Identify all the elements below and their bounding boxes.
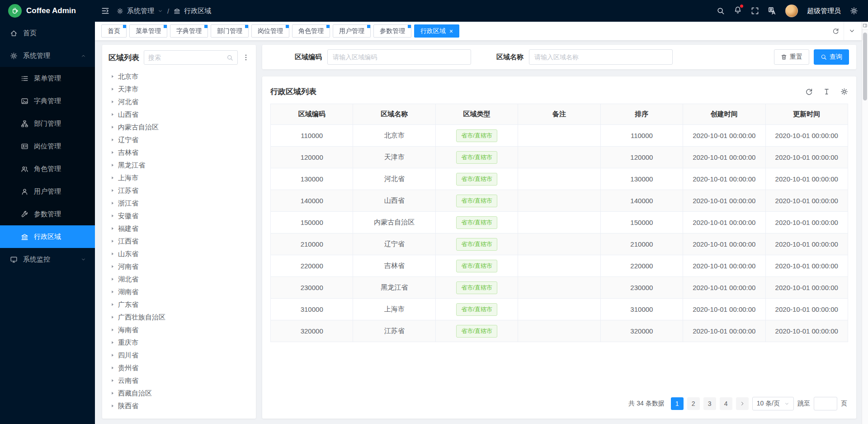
column-settings-gear-icon[interactable]: [840, 88, 848, 95]
tree-node[interactable]: 广西壮族自治区: [108, 311, 250, 324]
caret-right-icon[interactable]: [110, 264, 115, 269]
tree-node[interactable]: 四川省: [108, 349, 250, 362]
caret-right-icon[interactable]: [110, 378, 115, 383]
caret-right-icon[interactable]: [110, 125, 115, 129]
page-scrollbar[interactable]: [862, 22, 868, 424]
sidebar-item-param[interactable]: 参数管理: [0, 203, 95, 225]
caret-right-icon[interactable]: [110, 328, 115, 332]
table-row[interactable]: 220000吉林省省市/直辖市2200002020-10-01 00:00:00…: [271, 255, 848, 277]
sidebar-collapse-button[interactable]: [101, 7, 109, 15]
page-button-2[interactable]: 2: [687, 397, 700, 410]
page-button-3[interactable]: 3: [703, 397, 716, 410]
caret-right-icon[interactable]: [110, 112, 115, 117]
tree-node[interactable]: 陕西省: [108, 400, 250, 412]
next-page-button[interactable]: [736, 397, 749, 410]
caret-right-icon[interactable]: [110, 340, 115, 345]
tree-node[interactable]: 辽宁省: [108, 133, 250, 146]
translate-icon[interactable]: [768, 7, 776, 15]
table-row[interactable]: 130000河北省省市/直辖市1300002020-10-01 00:00:00…: [271, 168, 848, 190]
sidebar-item-region[interactable]: 行政区域: [0, 225, 95, 248]
tree-node[interactable]: 贵州省: [108, 362, 250, 374]
sidebar-item-role[interactable]: 角色管理: [0, 157, 95, 180]
page-button-4[interactable]: 4: [720, 397, 732, 410]
page-size-select[interactable]: 10 条/页: [752, 397, 794, 410]
tab-region[interactable]: 行政区域×: [414, 24, 459, 38]
caret-right-icon[interactable]: [110, 277, 115, 281]
tree-node[interactable]: 上海市: [108, 172, 250, 184]
refresh-tabs-icon[interactable]: [827, 22, 844, 40]
scrollbar-thumb[interactable]: [863, 33, 867, 100]
tab-options-chevron-icon[interactable]: [844, 22, 860, 40]
caret-right-icon[interactable]: [110, 163, 115, 167]
notification-bell[interactable]: [734, 6, 742, 16]
table-row[interactable]: 140000山西省省市/直辖市1400002020-10-01 00:00:00…: [271, 190, 848, 212]
caret-right-icon[interactable]: [110, 252, 115, 256]
table-row[interactable]: 310000上海市省市/直辖市3100002020-10-01 00:00:00…: [271, 299, 848, 320]
username[interactable]: 超级管理员: [807, 7, 841, 15]
tree-node[interactable]: 山西省: [108, 108, 250, 121]
search-icon[interactable]: [717, 7, 725, 15]
sidebar-item-user[interactable]: 用户管理: [0, 180, 95, 203]
more-options-icon[interactable]: [242, 54, 250, 61]
tree-node[interactable]: 河南省: [108, 260, 250, 273]
tree-node[interactable]: 江西省: [108, 235, 250, 248]
breadcrumb-section[interactable]: 系统管理: [127, 7, 154, 15]
caret-right-icon[interactable]: [110, 201, 115, 205]
caret-right-icon[interactable]: [110, 150, 115, 155]
tree-node[interactable]: 内蒙古自治区: [108, 121, 250, 133]
tree-node[interactable]: 浙江省: [108, 197, 250, 210]
tab-dict[interactable]: 字典管理: [170, 24, 208, 38]
caret-right-icon[interactable]: [110, 87, 115, 91]
reset-button[interactable]: 重置: [774, 49, 809, 65]
region-code-input[interactable]: [327, 49, 471, 65]
caret-right-icon[interactable]: [110, 188, 115, 193]
tree-node[interactable]: 福建省: [108, 222, 250, 235]
search-icon[interactable]: [226, 54, 233, 61]
tab-dept[interactable]: 部门管理: [211, 24, 249, 38]
tree-node[interactable]: 西藏自治区: [108, 387, 250, 400]
caret-right-icon[interactable]: [110, 214, 115, 218]
tab-post[interactable]: 岗位管理: [251, 24, 289, 38]
refresh-icon[interactable]: [805, 88, 813, 95]
caret-right-icon[interactable]: [110, 315, 115, 319]
tree-search-input[interactable]: [148, 54, 224, 61]
tree-node[interactable]: 北京市: [108, 70, 250, 83]
sidebar-item-menu[interactable]: 菜单管理: [0, 67, 95, 90]
tree-node[interactable]: 海南省: [108, 324, 250, 336]
sidebar-item-dept[interactable]: 部门管理: [0, 112, 95, 135]
tree-node[interactable]: 吉林省: [108, 146, 250, 159]
tree-node[interactable]: 湖北省: [108, 273, 250, 286]
region-name-input[interactable]: [529, 49, 673, 65]
sidebar-item-monitor[interactable]: 系统监控: [0, 248, 95, 271]
caret-right-icon[interactable]: [110, 366, 115, 370]
tree-node[interactable]: 广东省: [108, 298, 250, 311]
tree-node[interactable]: 江苏省: [108, 184, 250, 197]
tab-user[interactable]: 用户管理: [333, 24, 371, 38]
tab-role[interactable]: 角色管理: [292, 24, 330, 38]
page-button-1[interactable]: 1: [671, 397, 684, 410]
close-icon[interactable]: ×: [449, 28, 453, 34]
tree-node[interactable]: 天津市: [108, 83, 250, 95]
tab-param[interactable]: 参数管理: [373, 24, 411, 38]
tree-node[interactable]: 山东省: [108, 248, 250, 260]
tree-node[interactable]: 重庆市: [108, 336, 250, 349]
caret-right-icon[interactable]: [110, 239, 115, 243]
density-icon[interactable]: [823, 88, 830, 95]
caret-right-icon[interactable]: [110, 404, 115, 408]
caret-right-icon[interactable]: [110, 302, 115, 307]
caret-right-icon[interactable]: [110, 391, 115, 395]
sidebar-item-system[interactable]: 系统管理: [0, 44, 95, 67]
tab-menu[interactable]: 菜单管理: [129, 24, 167, 38]
tree-node[interactable]: 湖南省: [108, 286, 250, 298]
sidebar-item-dict[interactable]: 字典管理: [0, 90, 95, 112]
panel-toggle-icon[interactable]: [862, 22, 868, 30]
fullscreen-icon[interactable]: [751, 7, 759, 15]
tree-node[interactable]: 河北省: [108, 95, 250, 108]
jump-page-input[interactable]: [814, 397, 837, 410]
sidebar-item-post[interactable]: 岗位管理: [0, 135, 95, 157]
caret-right-icon[interactable]: [110, 290, 115, 294]
caret-right-icon[interactable]: [110, 176, 115, 180]
tree-node[interactable]: 安徽省: [108, 210, 250, 222]
caret-right-icon[interactable]: [110, 100, 115, 104]
caret-right-icon[interactable]: [110, 353, 115, 357]
